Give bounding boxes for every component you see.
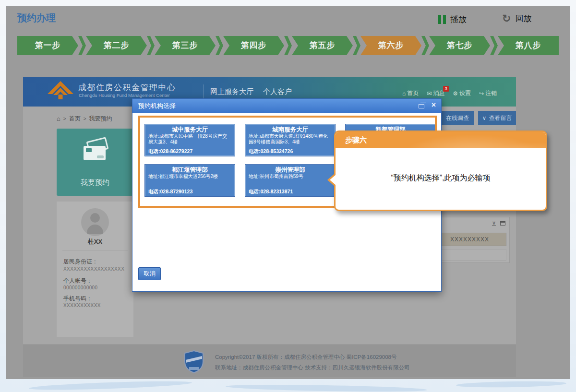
breadcrumb-separator: > [63, 116, 66, 121]
avatar [81, 208, 109, 236]
step-progress-bar: 第一步 第二步 第三步 第四步 第五步 第六步 第七步 第八步 [17, 36, 559, 55]
brand-name: 成都住房公积金管理中心 [78, 82, 176, 93]
id-card-value: XXXXXXXXXXXXXXXXXX [63, 266, 124, 272]
client-type: 个人客户 [263, 87, 292, 96]
nav-home[interactable]: ⌂ 首页 [402, 89, 419, 97]
breadcrumb-current: 我要预约 [89, 115, 112, 123]
institution-card-chengnan[interactable]: 城南服务大厅 地址:成都市天府大道北段1480号孵化园8号楼德商国际3、4楼 电… [245, 124, 335, 156]
step-7[interactable]: 第七步 [429, 36, 490, 55]
copyright-line: Copyright©2017 版权所有：成都住房公积金管理中心 蜀ICP备160… [215, 354, 397, 361]
tutorial-window: 预约办理 播放 ↻ 回放 第一步 第二步 第三步 第四步 第五步 第六步 第七步… [0, 0, 576, 392]
gear-icon: ⚙ [453, 90, 458, 97]
dialog-titlebar: 预约机构选择 × [132, 99, 441, 113]
view-messages-button[interactable]: ∨ 查看留言 [478, 111, 516, 125]
chevron-down-icon: ∨ [482, 115, 487, 121]
breadcrumb-home[interactable]: 首页 [69, 115, 81, 123]
portal-title: 网上服务大厅 [210, 87, 253, 96]
nav-settings[interactable]: ⚙ 设置 [453, 89, 471, 97]
tooltip-box: 步骤六 “预约机构选择”,此项为必输项 [334, 131, 547, 211]
institution-card-chengzhong[interactable]: 城中服务大厅 地址:成都市人民中路一段28号房产交易大厦3、4楼 电话:028-… [145, 124, 235, 156]
collapse-icon[interactable]: ∨ [492, 220, 496, 226]
home-icon: ⌂ [402, 90, 406, 97]
step-3[interactable]: 第三步 [155, 36, 216, 55]
step-separator [284, 36, 292, 55]
restore-window-icon[interactable] [419, 104, 424, 108]
appointment-tile[interactable]: 我要预约 [57, 129, 133, 196]
window-icon[interactable] [500, 221, 505, 226]
institution-card-chongzhou[interactable]: 崇州管理部 地址:崇州市蜀州南路59号 电话:028-82313871 [245, 165, 335, 196]
step-separator [216, 36, 223, 55]
replay-label: 回放 [515, 13, 531, 24]
close-icon[interactable]: × [432, 101, 436, 109]
top-navigation: ⌂ 首页 ✉ 消息 3 ⚙ 设置 ↪ 注销 [402, 89, 497, 97]
step-8[interactable]: 第八步 [498, 36, 559, 55]
online-survey-button[interactable]: 在线调查 [441, 111, 474, 125]
step-6-active[interactable]: 第六步 [360, 36, 421, 55]
message-count-badge: 3 [443, 86, 449, 92]
replay-icon: ↻ [502, 14, 511, 24]
step-separator [490, 36, 498, 55]
brand-name-en: Chengdu Housing Fund Management Center [79, 93, 170, 98]
account-label: 个人帐号： [63, 277, 92, 285]
dialog-title: 预约机构选择 [138, 99, 176, 113]
phone-label: 手机号码： [63, 295, 92, 303]
account-value: 000000000000 [63, 285, 98, 290]
nav-messages[interactable]: ✉ 消息 3 [427, 89, 444, 97]
phone-value: XXXXXXXXXXX [63, 303, 101, 308]
user-info-panel: 杜XX 居民身份证： XXXXXXXXXXXXXXXXXX 个人帐号： 0000… [57, 202, 133, 337]
nav-logout[interactable]: ↪ 注销 [479, 89, 497, 97]
user-name: 杜XX [57, 238, 133, 246]
housing-fund-logo-icon [46, 81, 75, 105]
replay-control[interactable]: ↻ 回放 [502, 13, 531, 24]
tooltip-text: “预约机构选择”,此项为必输项 [336, 173, 546, 183]
institution-shield-icon [184, 350, 204, 375]
id-card-label: 居民身份证： [63, 258, 98, 266]
institution-card-dujiangyan[interactable]: 都江堰管理部 地址:都江堰市幸福大道256号2楼 电话:028-87290123 [145, 165, 235, 196]
decorative-streak [226, 383, 427, 392]
logout-icon: ↪ [479, 90, 484, 97]
step-tooltip: 步骤六 “预约机构选择”,此项为必输项 [324, 131, 548, 218]
appointment-tile-label: 我要预约 [57, 178, 133, 187]
step-separator [421, 36, 429, 55]
breadcrumb: ⌂ > 首页 > 我要预约 [57, 115, 112, 123]
tooltip-header: 步骤六 [336, 132, 546, 148]
play-control[interactable]: 播放 [438, 14, 467, 25]
step-5[interactable]: 第五步 [292, 36, 353, 55]
step-separator [78, 36, 86, 55]
mail-icon: ✉ [427, 90, 432, 97]
pause-icon [438, 15, 446, 24]
contact-line: 联系地址：成都住房公积金管理中心 技术支持：四川久远银海软件股份有限公司 [215, 364, 410, 371]
step-separator [353, 36, 360, 55]
breadcrumb-separator: > [84, 116, 86, 121]
step-4[interactable]: 第四步 [223, 36, 284, 55]
tooltip-step-title: 步骤六 [336, 132, 546, 148]
divider [62, 250, 128, 250]
play-label: 播放 [450, 14, 467, 25]
cancel-button[interactable]: 取消 [138, 267, 161, 280]
step-1[interactable]: 第一步 [17, 36, 78, 55]
decorative-streak [456, 380, 566, 388]
header-divider [204, 84, 204, 99]
step-2[interactable]: 第二步 [86, 36, 147, 55]
step-separator [147, 36, 155, 55]
site-footer [23, 344, 516, 377]
page-title: 预约办理 [17, 12, 56, 24]
credit-card-icon [81, 139, 111, 162]
home-icon[interactable]: ⌂ [57, 115, 60, 122]
decorative-streak [29, 380, 192, 392]
